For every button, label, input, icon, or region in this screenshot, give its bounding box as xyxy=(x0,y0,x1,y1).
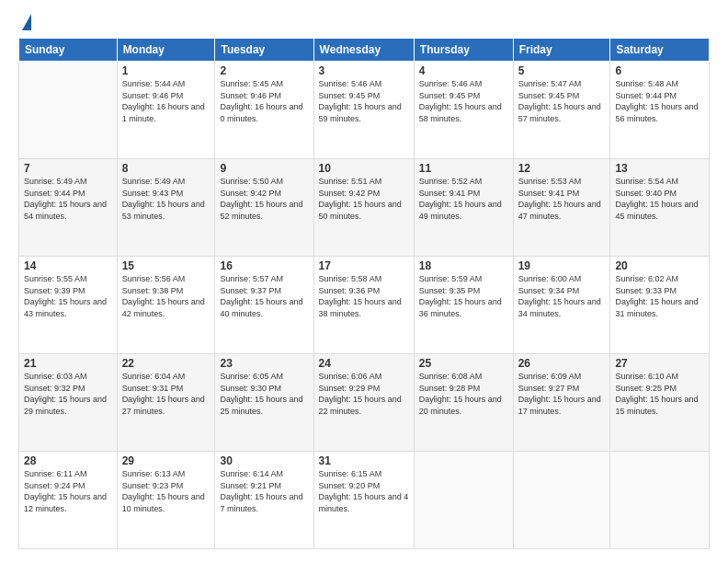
day-number: 18 xyxy=(419,259,508,272)
day-info: Sunrise: 6:06 AMSunset: 9:29 PMDaylight:… xyxy=(319,371,409,417)
day-info: Sunrise: 5:47 AMSunset: 9:45 PMDaylight:… xyxy=(518,78,606,124)
table-row xyxy=(513,452,610,549)
day-info: Sunrise: 5:49 AMSunset: 9:43 PMDaylight:… xyxy=(122,176,210,222)
table-row xyxy=(610,452,710,549)
day-info: Sunrise: 5:57 AMSunset: 9:37 PMDaylight:… xyxy=(220,273,308,319)
day-info: Sunrise: 6:10 AMSunset: 9:25 PMDaylight:… xyxy=(615,371,704,417)
day-info: Sunrise: 6:14 AMSunset: 9:21 PMDaylight:… xyxy=(220,468,308,514)
table-row: 11Sunrise: 5:52 AMSunset: 9:41 PMDayligh… xyxy=(414,159,513,257)
table-row: 19Sunrise: 6:00 AMSunset: 9:34 PMDayligh… xyxy=(513,257,610,354)
col-friday: Friday xyxy=(513,39,610,62)
day-info: Sunrise: 5:56 AMSunset: 9:38 PMDaylight:… xyxy=(122,273,210,319)
day-info: Sunrise: 5:55 AMSunset: 9:39 PMDaylight:… xyxy=(24,273,112,319)
col-thursday: Thursday xyxy=(414,39,513,62)
day-number: 11 xyxy=(419,162,508,175)
day-number: 5 xyxy=(518,64,606,77)
logo-triangle-icon xyxy=(22,14,31,30)
header xyxy=(18,14,710,30)
table-row xyxy=(414,452,513,549)
day-number: 7 xyxy=(24,162,112,175)
day-number: 9 xyxy=(220,162,308,175)
table-row xyxy=(19,62,118,159)
day-number: 30 xyxy=(220,454,308,467)
table-row: 18Sunrise: 5:59 AMSunset: 9:35 PMDayligh… xyxy=(414,257,513,354)
day-info: Sunrise: 5:48 AMSunset: 9:44 PMDaylight:… xyxy=(615,78,704,124)
day-info: Sunrise: 6:00 AMSunset: 9:34 PMDaylight:… xyxy=(518,273,606,319)
day-number: 31 xyxy=(319,454,409,467)
day-info: Sunrise: 5:58 AMSunset: 9:36 PMDaylight:… xyxy=(319,273,409,319)
day-number: 26 xyxy=(518,357,606,370)
day-info: Sunrise: 5:59 AMSunset: 9:35 PMDaylight:… xyxy=(419,273,508,319)
table-row: 29Sunrise: 6:13 AMSunset: 9:23 PMDayligh… xyxy=(117,452,215,549)
table-row: 26Sunrise: 6:09 AMSunset: 9:27 PMDayligh… xyxy=(513,354,610,452)
day-info: Sunrise: 6:09 AMSunset: 9:27 PMDaylight:… xyxy=(518,371,606,417)
logo-text xyxy=(18,14,31,30)
table-row: 4Sunrise: 5:46 AMSunset: 9:45 PMDaylight… xyxy=(414,62,513,159)
day-info: Sunrise: 6:04 AMSunset: 9:31 PMDaylight:… xyxy=(122,371,210,417)
day-number: 12 xyxy=(518,162,606,175)
day-number: 29 xyxy=(122,454,210,467)
day-number: 17 xyxy=(319,259,409,272)
day-info: Sunrise: 5:49 AMSunset: 9:44 PMDaylight:… xyxy=(24,176,112,222)
day-info: Sunrise: 5:53 AMSunset: 9:41 PMDaylight:… xyxy=(518,176,606,222)
day-number: 27 xyxy=(615,357,704,370)
day-info: Sunrise: 6:15 AMSunset: 9:20 PMDaylight:… xyxy=(319,468,409,514)
table-row: 17Sunrise: 5:58 AMSunset: 9:36 PMDayligh… xyxy=(313,257,414,354)
table-row: 23Sunrise: 6:05 AMSunset: 9:30 PMDayligh… xyxy=(215,354,313,452)
day-number: 13 xyxy=(615,162,704,175)
table-row: 20Sunrise: 6:02 AMSunset: 9:33 PMDayligh… xyxy=(610,257,710,354)
logo xyxy=(18,14,31,30)
day-info: Sunrise: 5:50 AMSunset: 9:42 PMDaylight:… xyxy=(220,176,308,222)
day-number: 22 xyxy=(122,357,210,370)
day-number: 16 xyxy=(220,259,308,272)
table-row: 22Sunrise: 6:04 AMSunset: 9:31 PMDayligh… xyxy=(117,354,215,452)
day-info: Sunrise: 6:08 AMSunset: 9:28 PMDaylight:… xyxy=(419,371,508,417)
table-row: 15Sunrise: 5:56 AMSunset: 9:38 PMDayligh… xyxy=(117,257,215,354)
table-row: 5Sunrise: 5:47 AMSunset: 9:45 PMDaylight… xyxy=(513,62,610,159)
table-row: 16Sunrise: 5:57 AMSunset: 9:37 PMDayligh… xyxy=(215,257,313,354)
day-info: Sunrise: 6:11 AMSunset: 9:24 PMDaylight:… xyxy=(24,468,112,514)
day-number: 21 xyxy=(24,357,112,370)
day-number: 25 xyxy=(419,357,508,370)
table-row: 31Sunrise: 6:15 AMSunset: 9:20 PMDayligh… xyxy=(313,452,414,549)
table-row: 10Sunrise: 5:51 AMSunset: 9:42 PMDayligh… xyxy=(313,159,414,257)
day-info: Sunrise: 5:46 AMSunset: 9:45 PMDaylight:… xyxy=(319,78,409,124)
day-info: Sunrise: 5:45 AMSunset: 9:46 PMDaylight:… xyxy=(220,78,308,124)
day-info: Sunrise: 5:51 AMSunset: 9:42 PMDaylight:… xyxy=(319,176,409,222)
day-info: Sunrise: 5:46 AMSunset: 9:45 PMDaylight:… xyxy=(419,78,508,124)
page: Sunday Monday Tuesday Wednesday Thursday… xyxy=(0,0,728,563)
day-number: 10 xyxy=(319,162,409,175)
day-number: 6 xyxy=(615,64,704,77)
table-row: 9Sunrise: 5:50 AMSunset: 9:42 PMDaylight… xyxy=(215,159,313,257)
day-number: 28 xyxy=(24,454,112,467)
col-tuesday: Tuesday xyxy=(215,39,313,62)
day-info: Sunrise: 6:05 AMSunset: 9:30 PMDaylight:… xyxy=(220,371,308,417)
col-wednesday: Wednesday xyxy=(313,39,414,62)
table-row: 14Sunrise: 5:55 AMSunset: 9:39 PMDayligh… xyxy=(19,257,118,354)
day-info: Sunrise: 5:52 AMSunset: 9:41 PMDaylight:… xyxy=(419,176,508,222)
table-row: 25Sunrise: 6:08 AMSunset: 9:28 PMDayligh… xyxy=(414,354,513,452)
day-number: 15 xyxy=(122,259,210,272)
table-row: 3Sunrise: 5:46 AMSunset: 9:45 PMDaylight… xyxy=(313,62,414,159)
table-row: 21Sunrise: 6:03 AMSunset: 9:32 PMDayligh… xyxy=(19,354,118,452)
table-row: 27Sunrise: 6:10 AMSunset: 9:25 PMDayligh… xyxy=(610,354,710,452)
header-row: Sunday Monday Tuesday Wednesday Thursday… xyxy=(19,39,710,62)
day-info: Sunrise: 6:13 AMSunset: 9:23 PMDaylight:… xyxy=(122,468,210,514)
calendar-table: Sunday Monday Tuesday Wednesday Thursday… xyxy=(18,38,710,549)
table-row: 1Sunrise: 5:44 AMSunset: 9:46 PMDaylight… xyxy=(117,62,215,159)
day-number: 1 xyxy=(122,64,210,77)
day-number: 19 xyxy=(518,259,606,272)
table-row: 6Sunrise: 5:48 AMSunset: 9:44 PMDaylight… xyxy=(610,62,710,159)
table-row: 12Sunrise: 5:53 AMSunset: 9:41 PMDayligh… xyxy=(513,159,610,257)
day-number: 8 xyxy=(122,162,210,175)
day-number: 23 xyxy=(220,357,308,370)
day-number: 3 xyxy=(319,64,409,77)
day-info: Sunrise: 6:03 AMSunset: 9:32 PMDaylight:… xyxy=(24,371,112,417)
day-number: 24 xyxy=(319,357,409,370)
table-row: 2Sunrise: 5:45 AMSunset: 9:46 PMDaylight… xyxy=(215,62,313,159)
col-saturday: Saturday xyxy=(610,39,710,62)
col-sunday: Sunday xyxy=(19,39,118,62)
table-row: 24Sunrise: 6:06 AMSunset: 9:29 PMDayligh… xyxy=(313,354,414,452)
day-number: 2 xyxy=(220,64,308,77)
day-number: 14 xyxy=(24,259,112,272)
